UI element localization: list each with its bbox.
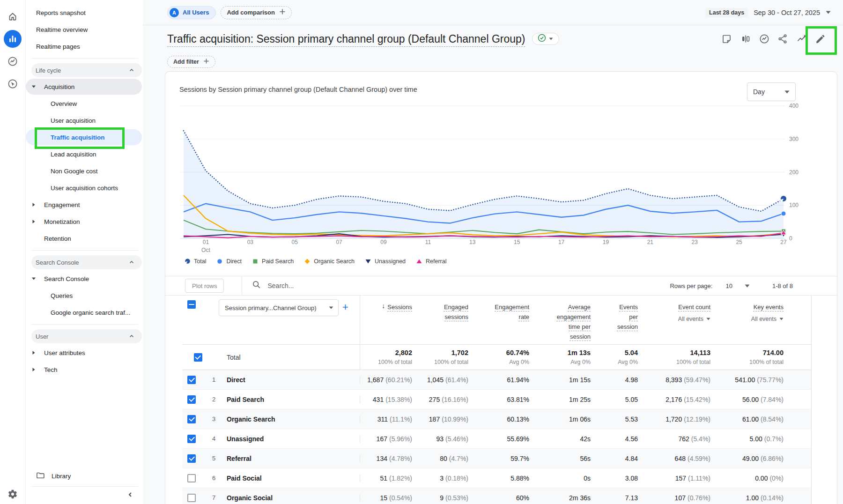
trend-sparkle-icon[interactable]	[796, 33, 807, 44]
channel-name: Organic Search	[225, 415, 360, 423]
date-range-value[interactable]: Sep 30 - Oct 27, 2025	[754, 9, 820, 16]
note-icon[interactable]	[721, 33, 732, 44]
data-quality-badge[interactable]	[532, 33, 559, 45]
row-checkbox[interactable]	[187, 474, 196, 482]
total-row-checkbox[interactable]	[194, 353, 202, 362]
sidebar-item-library[interactable]: Library	[26, 466, 143, 486]
cell-key-events: 541.00(75.77%)	[710, 376, 784, 384]
sidebar-item-lead-acquisition[interactable]: Lead acquisition	[26, 146, 142, 162]
row-checkbox[interactable]	[187, 435, 196, 443]
sidebar-item-tech[interactable]: Tech	[26, 362, 142, 378]
add-comparison-button[interactable]: Add comparison	[221, 6, 292, 19]
metric-filter-dropdown[interactable]: All events	[678, 316, 710, 322]
sidebar-item-label: User acquisition cohorts	[51, 185, 118, 192]
cell-sessions: 51(1.82%)	[360, 474, 412, 482]
sidebar-item-monetization[interactable]: Monetization	[26, 214, 142, 230]
legend-item-referral[interactable]: Referral	[416, 258, 446, 265]
row-checkbox[interactable]	[187, 454, 196, 463]
main-content: A All Users Add comparison Last 28 days …	[143, 0, 843, 504]
expand-arrow-icon[interactable]	[32, 368, 36, 371]
sidebar-item-user-acquisition[interactable]: User acquisition	[26, 112, 142, 128]
legend-label: Direct	[226, 258, 242, 265]
sidebar-item-user-attributes[interactable]: User attributes	[26, 345, 142, 361]
sidebar-item-google-organic-search-traf[interactable]: Google organic search traf...	[26, 304, 142, 320]
advertising-icon[interactable]	[3, 74, 22, 93]
share-icon[interactable]	[777, 33, 789, 44]
comparison-icon[interactable]	[740, 33, 751, 44]
expand-arrow-icon[interactable]	[32, 203, 36, 207]
sidebar-section-search-console[interactable]: Search Console	[31, 255, 142, 269]
row-number: 7	[208, 494, 225, 501]
explore-icon[interactable]	[3, 52, 22, 71]
home-icon[interactable]	[3, 7, 22, 26]
collapse-arrow-icon[interactable]	[32, 277, 36, 281]
row-checkbox[interactable]	[187, 415, 196, 423]
x-axis-label: 03	[247, 239, 254, 245]
plot-rows-button[interactable]: Plot rows	[185, 279, 224, 293]
table-row-organic-social[interactable]: 7Organic Social15(0.54%)9(0.53%)60%2m 36…	[182, 488, 811, 504]
sidebar-section-user[interactable]: User	[31, 329, 142, 343]
all-users-chip[interactable]: A All Users	[167, 6, 216, 19]
sidebar-item-queries[interactable]: Queries	[26, 288, 142, 304]
edit-icon[interactable]	[815, 33, 826, 44]
dimension-selector[interactable]: Session primary...Channel Group)	[219, 299, 339, 316]
column-header-events-per-session[interactable]: Events per session	[591, 296, 638, 344]
page-title[interactable]: Traffic acquisition: Session primary cha…	[167, 33, 525, 45]
collapse-arrow-icon[interactable]	[32, 85, 36, 89]
cell-value: 59.7%	[510, 455, 529, 462]
sidebar-section-life-cycle[interactable]: Life cycle	[31, 63, 142, 77]
column-header-average-engagement-time-per-session[interactable]: Average engagement time per session	[529, 296, 591, 344]
rows-per-page-caret-icon[interactable]	[745, 284, 750, 288]
sidebar-item-acquisition[interactable]: Acquisition	[26, 79, 142, 95]
sidebar-item-retention[interactable]: Retention	[26, 230, 142, 246]
legend-item-paid-search[interactable]: Paid Search	[252, 258, 294, 265]
column-header-key-events[interactable]: Key eventsAll events	[710, 296, 784, 344]
search-input[interactable]	[267, 282, 399, 289]
table-row-organic-search[interactable]: 3Organic Search311(11.1%)187(10.99%)60.1…	[182, 409, 811, 429]
date-range-caret-icon[interactable]	[826, 11, 831, 14]
table-row-referral[interactable]: 5Referral134(4.78%)80(4.7%)59.7%56s4.846…	[182, 449, 811, 468]
add-filter-button[interactable]: Add filter	[167, 56, 215, 68]
row-checkbox[interactable]	[187, 376, 196, 384]
total-subtext: Avg 0%	[570, 359, 591, 365]
insights-icon[interactable]	[759, 33, 770, 44]
table-row-unassigned[interactable]: 4Unassigned167(5.96%)93(5.46%)55.69%42s4…	[182, 429, 811, 449]
chevron-up-icon	[129, 67, 134, 73]
column-header-sessions[interactable]: ↓Sessions	[360, 296, 412, 344]
sidebar-item-traffic-acquisition[interactable]: Traffic acquisition	[26, 129, 142, 145]
sidebar-item-realtime-overview[interactable]: Realtime overview	[26, 22, 142, 37]
table-row-paid-search[interactable]: 2Paid Search431(15.38%)275(16.16%)63.81%…	[182, 390, 811, 409]
expand-arrow-icon[interactable]	[32, 220, 36, 223]
collapse-nav-icon[interactable]	[127, 491, 133, 499]
granularity-select[interactable]: Day	[747, 82, 796, 101]
column-header-engagement-rate[interactable]: Engagement rate	[468, 296, 529, 344]
add-dimension-button[interactable]: +	[342, 303, 348, 312]
rows-per-page-value[interactable]: 10	[725, 282, 732, 289]
table-row-paid-social[interactable]: 6Paid Social51(1.82%)3(0.18%)5.88%0s3.08…	[182, 468, 811, 488]
legend-item-direct[interactable]: Direct	[216, 258, 242, 265]
section-label: User	[36, 333, 48, 340]
column-header-event-count[interactable]: Event countAll events	[638, 296, 710, 344]
metric-filter-dropdown[interactable]: All events	[751, 316, 784, 322]
sidebar-item-non-google-cost[interactable]: Non Google cost	[26, 163, 142, 179]
sidebar-item-search-console[interactable]: Search Console	[26, 271, 142, 287]
sidebar-item-user-acquisition-cohorts[interactable]: User acquisition cohorts	[26, 180, 142, 196]
cell-percent: (0%)	[769, 474, 784, 482]
reports-icon[interactable]	[3, 30, 22, 48]
expand-arrow-icon[interactable]	[32, 351, 36, 355]
row-checkbox[interactable]	[187, 395, 196, 404]
cell-percent: (11.1%)	[390, 415, 412, 423]
legend-item-unassigned[interactable]: Unassigned	[365, 258, 406, 265]
table-row-direct[interactable]: 1Direct1,687(60.21%)1,045(61.4%)61.94%1m…	[182, 370, 811, 390]
select-all-checkbox[interactable]	[187, 300, 196, 309]
sidebar-item-overview[interactable]: Overview	[26, 96, 142, 111]
sidebar-item-reports-snapshot[interactable]: Reports snapshot	[26, 5, 142, 21]
sidebar-item-realtime-pages[interactable]: Realtime pages	[26, 38, 142, 54]
sidebar-item-engagement[interactable]: Engagement	[26, 197, 142, 213]
add-filter-label: Add filter	[173, 59, 199, 65]
admin-gear-icon[interactable]	[7, 489, 18, 501]
legend-item-organic-search[interactable]: Organic Search	[304, 258, 355, 265]
legend-item-total[interactable]: Total	[184, 258, 206, 265]
row-checkbox[interactable]	[187, 494, 196, 502]
column-header-engaged-sessions[interactable]: Engaged sessions	[412, 296, 468, 344]
